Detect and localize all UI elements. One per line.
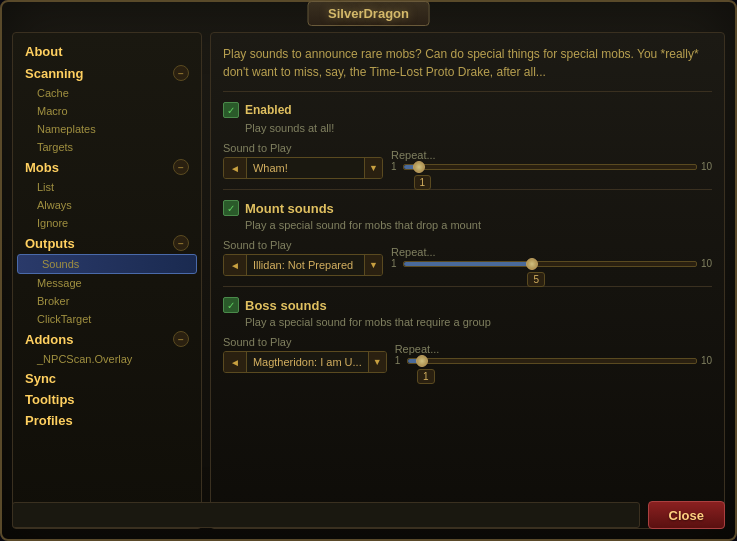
sidebar-item-cache[interactable]: Cache — [13, 84, 201, 102]
mount-title-row: ✓ Mount sounds — [223, 200, 712, 216]
sidebar-item-sounds[interactable]: Sounds — [17, 254, 197, 274]
mount-sound-control: Sound to Play ◄ Illidan: Not Prepared ▼ — [223, 239, 383, 276]
main-window: SilverDragon About Scanning − Cache Macr… — [0, 0, 737, 541]
boss-checkbox[interactable]: ✓ — [223, 297, 239, 313]
sidebar-item-macro-label: Macro — [37, 105, 68, 117]
title-bar: SilverDragon — [307, 1, 430, 26]
sidebar-item-always[interactable]: Always — [13, 196, 201, 214]
default-sound-select[interactable]: ◄ Wham! ▼ — [223, 157, 383, 179]
outputs-collapse-icon[interactable]: − — [173, 235, 189, 251]
description-text: Play sounds to announce rare mobs? Can d… — [223, 45, 712, 92]
boss-controls-row: Sound to Play ◄ Magtheridon: I am U... ▼… — [223, 336, 712, 373]
main-layout: About Scanning − Cache Macro Nameplates … — [2, 2, 735, 539]
sidebar-item-mobs[interactable]: Mobs − — [13, 156, 201, 178]
enabled-checkbox[interactable]: ✓ — [223, 102, 239, 118]
mount-repeat-control: Repeat... 1 5 10 — [391, 246, 712, 269]
boss-slider-min: 1 — [395, 355, 403, 366]
boss-sound-name: Magtheridon: I am U... — [247, 356, 368, 368]
sidebar-item-message[interactable]: Message — [13, 274, 201, 292]
sidebar-item-scanning[interactable]: Scanning − — [13, 62, 201, 84]
default-slider-track[interactable]: 1 — [403, 164, 697, 170]
mount-slider-container: 1 5 10 — [391, 258, 712, 269]
default-slider-max: 10 — [701, 161, 712, 172]
sidebar-item-targets-label: Targets — [37, 141, 73, 153]
mount-subtitle: Play a special sound for mobs that drop … — [245, 219, 712, 231]
sidebar-item-tooltips-label: Tooltips — [25, 392, 75, 407]
sidebar-item-outputs[interactable]: Outputs − — [13, 232, 201, 254]
boss-sound-to-play-label: Sound to Play — [223, 336, 387, 348]
mount-repeat-title: Repeat... — [391, 246, 712, 258]
sidebar-item-addons[interactable]: Addons − — [13, 328, 201, 350]
boss-title: Boss sounds — [245, 298, 327, 313]
sidebar-item-scanning-label: Scanning — [25, 66, 84, 81]
boss-slider-value: 1 — [417, 369, 435, 384]
sidebar-item-profiles[interactable]: Profiles — [13, 410, 201, 431]
mount-sound-name: Illidan: Not Prepared — [247, 259, 364, 271]
boss-sound-select[interactable]: ◄ Magtheridon: I am U... ▼ — [223, 351, 387, 373]
default-sound-arrow[interactable]: ▼ — [364, 158, 382, 178]
sidebar-item-about[interactable]: About — [13, 41, 201, 62]
mount-slider-track[interactable]: 5 — [403, 261, 697, 267]
mount-controls-row: Sound to Play ◄ Illidan: Not Prepared ▼ … — [223, 239, 712, 276]
boss-sound-section: ✓ Boss sounds Play a special sound for m… — [223, 297, 712, 383]
sidebar-item-sync[interactable]: Sync — [13, 368, 201, 389]
mount-sound-to-play-label: Sound to Play — [223, 239, 383, 251]
sidebar-item-ignore-label: Ignore — [37, 217, 68, 229]
sidebar-item-list[interactable]: List — [13, 178, 201, 196]
boss-play-button[interactable]: ◄ — [224, 352, 247, 372]
mount-slider-max: 10 — [701, 258, 712, 269]
mount-sound-arrow[interactable]: ▼ — [364, 255, 382, 275]
sidebar-item-clicktarget[interactable]: ClickTarget — [13, 310, 201, 328]
boss-sound-control: Sound to Play ◄ Magtheridon: I am U... ▼ — [223, 336, 387, 373]
mount-sound-section: ✓ Mount sounds Play a special sound for … — [223, 200, 712, 287]
boss-subtitle: Play a special sound for mobs that requi… — [245, 316, 712, 328]
sidebar-item-sounds-label: Sounds — [42, 258, 79, 270]
default-play-button[interactable]: ◄ — [224, 158, 247, 178]
sidebar-item-addons-label: Addons — [25, 332, 73, 347]
enabled-sublabel: Play sounds at all! — [245, 122, 712, 134]
enabled-label: Enabled — [245, 103, 292, 117]
boss-slider-track[interactable]: 1 — [407, 358, 697, 364]
boss-slider-max: 10 — [701, 355, 712, 366]
sidebar: About Scanning − Cache Macro Nameplates … — [12, 32, 202, 529]
sidebar-item-clicktarget-label: ClickTarget — [37, 313, 91, 325]
default-controls-row: Sound to Play ◄ Wham! ▼ Repeat... 1 — [223, 142, 712, 179]
mount-slider-value: 5 — [527, 272, 545, 287]
mobs-collapse-icon[interactable]: − — [173, 159, 189, 175]
sidebar-item-about-label: About — [25, 44, 63, 59]
enabled-row: ✓ Enabled — [223, 102, 712, 118]
sidebar-item-npcscan[interactable]: _NPCScan.Overlay — [13, 350, 201, 368]
sidebar-item-macro[interactable]: Macro — [13, 102, 201, 120]
mount-sound-select[interactable]: ◄ Illidan: Not Prepared ▼ — [223, 254, 383, 276]
sidebar-item-targets[interactable]: Targets — [13, 138, 201, 156]
close-button[interactable]: Close — [648, 501, 725, 529]
boss-sound-arrow[interactable]: ▼ — [368, 352, 386, 372]
sidebar-item-always-label: Always — [37, 199, 72, 211]
mount-play-button[interactable]: ◄ — [224, 255, 247, 275]
sidebar-item-npcscan-label: _NPCScan.Overlay — [37, 353, 132, 365]
default-sound-section: Sound to Play ◄ Wham! ▼ Repeat... 1 — [223, 142, 712, 190]
default-slider-min: 1 — [391, 161, 399, 172]
sidebar-item-nameplates[interactable]: Nameplates — [13, 120, 201, 138]
scanning-collapse-icon[interactable]: − — [173, 65, 189, 81]
sidebar-item-tooltips[interactable]: Tooltips — [13, 389, 201, 410]
sidebar-item-profiles-label: Profiles — [25, 413, 73, 428]
boss-repeat-title: Repeat... — [395, 343, 712, 355]
addons-collapse-icon[interactable]: − — [173, 331, 189, 347]
boss-slider-container: 1 1 10 — [395, 355, 712, 366]
default-repeat-control: Repeat... 1 1 10 — [391, 149, 712, 172]
default-sound-control: Sound to Play ◄ Wham! ▼ — [223, 142, 383, 179]
sidebar-item-broker[interactable]: Broker — [13, 292, 201, 310]
sidebar-item-broker-label: Broker — [37, 295, 69, 307]
default-repeat-title: Repeat... — [391, 149, 712, 161]
mount-slider-min: 1 — [391, 258, 399, 269]
default-slider-container: 1 1 10 — [391, 161, 712, 172]
sound-to-play-label: Sound to Play — [223, 142, 383, 154]
sidebar-item-ignore[interactable]: Ignore — [13, 214, 201, 232]
search-input[interactable] — [12, 502, 640, 528]
sidebar-item-sync-label: Sync — [25, 371, 56, 386]
boss-repeat-control: Repeat... 1 1 10 — [395, 343, 712, 366]
sidebar-item-nameplates-label: Nameplates — [37, 123, 96, 135]
mount-checkbox[interactable]: ✓ — [223, 200, 239, 216]
default-slider-value: 1 — [414, 175, 432, 190]
